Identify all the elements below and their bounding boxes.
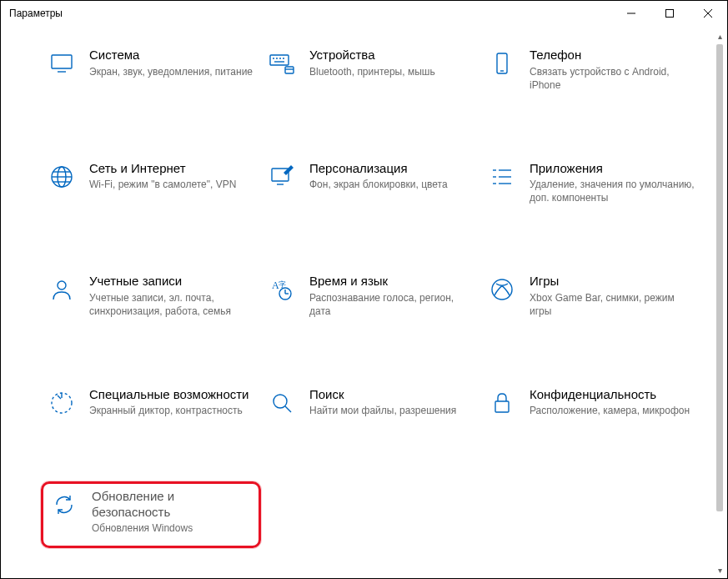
tile-title: Игры [530,274,695,290]
scroll-up-icon[interactable]: ▴ [714,29,725,43]
settings-grid: СистемаЭкран, звук, уведомления, питание… [1,26,727,576]
svg-line-38 [285,406,291,412]
svg-point-37 [274,395,287,408]
window-title: Параметры [9,8,63,19]
update-icon [50,491,78,519]
window-controls [612,1,727,26]
scroll-down-icon[interactable]: ▾ [714,563,725,576]
tile-devices[interactable]: УстройстваBluetooth, принтеры, мышь [261,43,481,103]
close-button[interactable] [689,1,727,26]
tile-personalization[interactable]: ПерсонализацияФон, экран блокировки, цве… [261,156,481,216]
titlebar: Параметры [1,1,727,26]
apps-icon [488,163,516,191]
tile-title: Время и язык [309,274,474,290]
ease-icon [48,389,76,417]
lock-icon [488,389,516,417]
tile-title: Поиск [309,387,474,403]
tile-apps[interactable]: ПриложенияУдаление, значения по умолчани… [481,156,701,216]
globe-icon [48,163,76,191]
tile-title: Устройства [309,48,474,63]
phone-icon [488,49,516,78]
svg-rect-12 [285,67,294,73]
tile-accounts[interactable]: Учетные записиУчетные записи, эл. почта,… [41,269,261,329]
svg-rect-4 [52,55,72,68]
tile-desc: Учетные записи, эл. почта, синхронизация… [89,291,254,318]
svg-rect-6 [270,55,289,65]
tile-desc: Фон, экран блокировки, цвета [309,178,474,191]
tile-desc: Экранный диктор, контрастность [89,404,254,417]
tile-title: Учетные записи [89,274,254,290]
time-language-icon: A字 [268,275,296,304]
tile-desc: Найти мои файлы, разрешения [309,404,474,417]
tile-title: Телефон [530,48,695,63]
tile-network[interactable]: Сеть и ИнтернетWi-Fi, режим "в самолете"… [41,156,261,216]
tile-gaming[interactable]: ИгрыXbox Game Bar, снимки, режим игры [481,269,701,329]
tile-desc: Bluetooth, принтеры, мышь [309,65,474,78]
tile-phone[interactable]: ТелефонСвязать устройство с Android, iPh… [481,43,701,103]
search-icon [268,389,296,417]
scroll-thumb[interactable] [716,44,723,511]
tile-desc: Wi-Fi, режим "в самолете", VPN [89,178,254,191]
tile-title: Обновление и безопасность [92,489,252,521]
svg-point-35 [492,279,512,300]
tile-search[interactable]: ПоискНайти мои файлы, разрешения [261,382,481,428]
tile-desc: Распознавание голоса, регион, дата [309,291,474,318]
tile-desc: Связать устройство с Android, iPhone [530,65,695,92]
tile-desc: Xbox Game Bar, снимки, режим игры [530,291,695,318]
xbox-icon [488,275,516,304]
tile-desc: Обновления Windows [92,521,252,535]
svg-point-29 [58,281,66,290]
tile-system[interactable]: СистемаЭкран, звук, уведомления, питание [41,43,261,103]
tile-title: Сеть и Интернет [89,161,254,177]
paint-icon [268,163,296,191]
keyboard-icon [268,49,296,78]
tile-title: Система [89,48,254,63]
tile-desc: Удаление, значения по умолчанию, доп. ко… [530,178,695,204]
tile-privacy[interactable]: КонфиденциальностьРасположение, камера, … [481,382,701,428]
scrollbar[interactable]: ▴ ▾ [714,29,725,576]
person-icon [48,275,76,304]
tile-time-language[interactable]: A字 Время и языкРаспознавание голоса, рег… [261,269,481,329]
svg-rect-39 [495,401,509,412]
tile-title: Персонализация [309,161,474,177]
tile-desc: Расположение, камера, микрофон [530,404,695,417]
svg-rect-1 [666,10,674,18]
tile-title: Конфиденциальность [530,387,695,403]
maximize-button[interactable] [650,1,689,26]
display-icon [48,49,76,78]
minimize-button[interactable] [612,1,650,26]
tile-title: Приложения [530,161,695,177]
tile-ease-of-access[interactable]: Специальные возможностиЭкранный диктор, … [41,382,261,428]
tile-desc: Экран, звук, уведомления, питание [89,65,254,78]
tile-update-security[interactable]: Обновление и безопасностьОбновления Wind… [41,481,261,548]
tile-title: Специальные возможности [89,387,254,403]
